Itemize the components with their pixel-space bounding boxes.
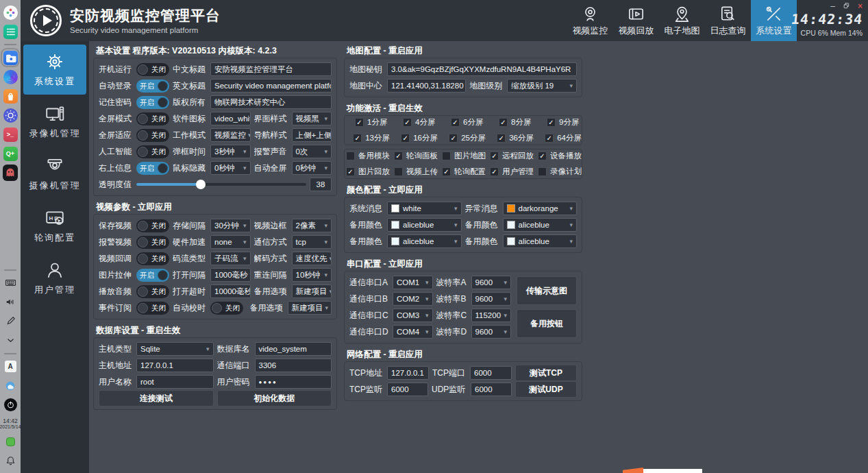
serial-port-a-select[interactable]: COM1▾ [393, 276, 433, 289]
close-button[interactable]: × [858, 3, 863, 10]
auto-timesync-toggle[interactable]: 关闭 [210, 302, 243, 315]
nav-item-map-pin[interactable]: 电子地图 [659, 0, 705, 41]
feature-checkbox[interactable]: ✓轮询配置 [441, 167, 486, 177]
username-input[interactable]: root [136, 375, 214, 389]
opacity-value[interactable]: 38 [310, 178, 332, 191]
software-icon-select[interactable]: video_white▾ [210, 112, 251, 125]
map-center-input[interactable]: 121.41400,31.18280 [387, 79, 466, 93]
baud-c-select[interactable]: 115200▾ [471, 308, 512, 322]
tray-power[interactable] [3, 398, 18, 413]
open-interval-select[interactable]: 1000毫秒▾ [210, 268, 251, 282]
video-border-select[interactable]: 2像素▾ [292, 219, 332, 232]
spare-button[interactable]: 备用按钮 [517, 309, 577, 338]
serial-port-b-select[interactable]: COM2▾ [393, 292, 433, 306]
sidebar-item-dome-camera[interactable]: 摄像机管理 [23, 149, 86, 199]
tcp-address-input[interactable]: 127.0.0.1 [387, 366, 429, 380]
tray-weather[interactable] [3, 378, 18, 393]
init-data-button[interactable]: 初始化数据 [217, 390, 332, 407]
feature-checkbox[interactable]: 图片地图 [441, 151, 486, 161]
dock-app-dev-tool[interactable] [3, 108, 18, 123]
dock-app-notes[interactable] [3, 24, 18, 39]
feature-checkbox[interactable]: 视频上传 [393, 167, 438, 177]
copyright-input[interactable]: 物联网技术研究中心 [210, 95, 332, 109]
fullscreen-mode-toggle[interactable]: 关闭 [136, 112, 169, 125]
host-address-input[interactable]: 127.0.0.1 [136, 359, 214, 372]
auto-login-toggle[interactable]: 开启 [136, 80, 169, 93]
transmission-diagram-button[interactable]: 传输示意图 [517, 276, 577, 305]
feature-checkbox[interactable]: ✓图片回放 [345, 167, 390, 177]
feature-checkbox[interactable]: ✓13分屏 [345, 133, 390, 143]
minimize-button[interactable]: – [830, 3, 835, 10]
alarm-video-toggle[interactable]: 关闭 [136, 236, 169, 249]
tray-keyboard[interactable] [3, 276, 18, 291]
dock-app-video-app[interactable] [3, 165, 18, 180]
english-title-input[interactable]: Security video management platform [210, 79, 332, 93]
tray-collapse-chevron[interactable] [3, 333, 18, 348]
serial-port-d-select[interactable]: COM4▾ [393, 325, 433, 339]
feature-checkbox[interactable]: ✓设备播放 [536, 151, 582, 161]
feature-checkbox[interactable]: ✓轮询面板 [393, 151, 438, 161]
tray-input-method[interactable]: A [3, 359, 18, 374]
system-message-color-select[interactable]: white▾ [387, 202, 462, 215]
tcp-listen-input[interactable]: 6000 [387, 383, 428, 396]
feature-checkbox[interactable]: 录像计划 [536, 167, 582, 177]
boot-run-toggle[interactable]: 关闭 [136, 63, 169, 76]
open-timeout-select[interactable]: 10000毫秒▾ [210, 284, 251, 298]
feature-checkbox[interactable]: ✓16分屏 [393, 133, 438, 143]
feature-checkbox[interactable]: ✓6分屏 [441, 117, 486, 128]
sidebar-item-poll[interactable]: HD轮询配置 [23, 201, 86, 251]
feature-checkbox[interactable]: ✓用户管理 [488, 167, 534, 177]
work-mode-select[interactable]: 视频监控▾ [210, 128, 251, 142]
map-key-input[interactable]: 3.0&ak=9GqzBZjfGqXYXMzdfuRN9AL4B4PHaY6R [387, 62, 577, 76]
dock-app-qt-tool[interactable]: Q+ [3, 146, 18, 161]
test-udp-button[interactable]: 测试UDP [515, 381, 577, 398]
db-name-input[interactable]: video_system [255, 342, 332, 356]
tray-notification-bell[interactable] [3, 453, 18, 468]
baud-d-select[interactable]: 9600▾ [471, 325, 512, 339]
nav-item-playback[interactable]: 视频回放 [613, 0, 659, 41]
video-callback-toggle[interactable]: 关闭 [136, 252, 169, 265]
auto-fullscreen-select[interactable]: 0秒钟▾ [292, 161, 332, 175]
ui-style-select[interactable]: 视频黑▾ [292, 112, 332, 125]
dock-app-browser[interactable] [3, 69, 18, 84]
spare-color-3-select[interactable]: aliceblue▾ [387, 234, 462, 248]
feature-checkbox[interactable]: ✓25分屏 [441, 133, 486, 143]
nav-item-log-search[interactable]: 日志查询 [705, 0, 751, 41]
password-input[interactable]: ●●●● [255, 375, 332, 389]
comm-port-input[interactable]: 3306 [255, 359, 332, 372]
popup-time-select[interactable]: 3秒钟▾ [210, 145, 251, 158]
event-subscribe-toggle[interactable]: 关闭 [136, 302, 169, 315]
host-type-select[interactable]: Sqlite▾ [136, 342, 214, 356]
feature-checkbox[interactable]: 备用模块 [345, 151, 390, 161]
feature-checkbox[interactable]: ✓1分屏 [345, 117, 390, 128]
sidebar-item-gear[interactable]: 系统设置 [23, 45, 86, 95]
image-stretch-toggle[interactable]: 开启 [136, 269, 169, 282]
feature-checkbox[interactable]: ✓远程回放 [488, 151, 534, 161]
alarm-sound-select[interactable]: 0次▾ [292, 145, 332, 158]
nav-style-select[interactable]: 上侧+上侧▾ [292, 128, 332, 142]
ai-toggle[interactable]: 关闭 [136, 145, 169, 158]
udp-listen-input[interactable]: 6000 [471, 383, 512, 396]
remember-password-toggle[interactable]: 开启 [136, 96, 169, 109]
dock-app-launcher[interactable] [3, 5, 18, 20]
fullscreen-fit-toggle[interactable]: 关闭 [136, 129, 169, 142]
spare-color-1-select[interactable]: aliceblue▾ [387, 218, 462, 232]
dock-app-file-manager[interactable] [3, 50, 18, 65]
feature-checkbox[interactable]: ✓64分屏 [536, 133, 582, 143]
decode-mode-select[interactable]: 速度优先▾ [292, 252, 332, 265]
feature-checkbox[interactable]: ✓9分屏 [536, 117, 582, 128]
tcp-port-input[interactable]: 6000 [470, 366, 512, 380]
stream-type-select[interactable]: 子码流▾ [210, 252, 251, 265]
sidebar-item-recorder[interactable]: 录像机管理 [23, 97, 86, 147]
error-message-color-select[interactable]: darkorange▾ [503, 202, 578, 215]
reconnect-interval-select[interactable]: 10秒钟▾ [292, 268, 332, 282]
sidebar-item-user[interactable]: 用户管理 [23, 253, 86, 303]
tray-status-green[interactable] [3, 434, 18, 449]
spare-color-4-select[interactable]: aliceblue▾ [503, 234, 578, 248]
baud-a-select[interactable]: 9600▾ [471, 276, 512, 289]
slider-knob-icon[interactable] [196, 180, 206, 189]
dock-app-terminal[interactable]: >_ [3, 127, 18, 142]
nav-item-webcam[interactable]: 视频监控 [567, 0, 613, 41]
tray-screenshot-pen[interactable] [3, 314, 18, 329]
nav-item-tools[interactable]: 系统设置 [751, 0, 797, 41]
